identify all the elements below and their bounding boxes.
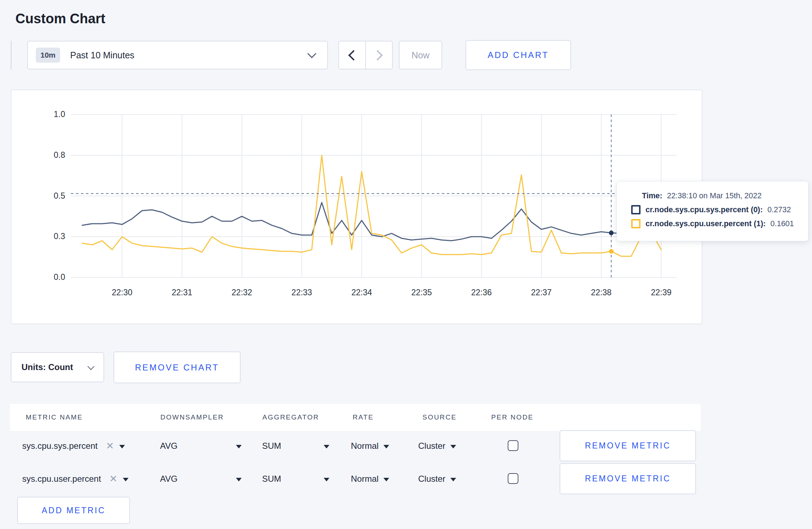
dropdown-caret-icon <box>324 445 329 448</box>
x-axis-tick-label: 22:34 <box>340 288 383 297</box>
metric-row: sys.cpu.user.percent ✕ AVG SUM Normal Cl… <box>10 462 701 495</box>
source-select[interactable]: Cluster <box>418 429 456 462</box>
tooltip-series-name: cr.node.sys.cpu.user.percent (1): <box>646 219 766 228</box>
aggregator-select[interactable]: SUM <box>262 462 329 495</box>
x-axis-tick-label: 22:36 <box>460 288 503 297</box>
next-timeframe-button[interactable] <box>365 42 392 69</box>
units-label: Units: Count <box>21 362 73 372</box>
timeframe-select[interactable]: 10m Past 10 Minutes <box>27 41 328 69</box>
time-nav-group <box>338 41 393 69</box>
column-header-aggregator: AGGREGATOR <box>262 404 319 431</box>
column-header-per-node: PER NODE <box>491 404 533 431</box>
dropdown-caret-icon <box>123 478 129 481</box>
chevron-down-icon <box>87 363 95 370</box>
x-axis-tick-label: 22:30 <box>101 288 144 297</box>
dropdown-caret-icon <box>383 478 389 481</box>
timeframe-label: Past 10 Minutes <box>70 50 134 60</box>
chevron-right-icon <box>372 50 383 60</box>
chart-card: 1.00.80.50.30.022:3022:3122:3222:3322:34… <box>11 89 702 324</box>
y-axis-tick-label: 0.8 <box>26 150 65 160</box>
tooltip-series-row: cr.node.sys.cpu.sys.percent (0): 0.2732 <box>631 205 802 214</box>
chart-tooltip: Time: 22:38:10 on Mar 15th, 2022 cr.node… <box>617 181 808 241</box>
downsampler-select[interactable]: AVG <box>160 429 242 462</box>
dropdown-caret-icon <box>119 445 125 448</box>
rate-select[interactable]: Normal <box>351 462 389 495</box>
dropdown-caret-icon <box>236 445 242 448</box>
metric-name-value: sys.cpu.sys.percent <box>22 441 98 451</box>
rate-value: Normal <box>351 441 378 451</box>
y-axis-tick-label: 0.3 <box>26 232 65 241</box>
crosshair-dot-0 <box>609 230 614 235</box>
chevron-down-icon <box>307 49 316 58</box>
timeframe-badge: 10m <box>36 48 60 63</box>
add-chart-button[interactable]: ADD CHART <box>465 40 571 70</box>
series-swatch-icon <box>631 219 641 228</box>
per-node-checkbox[interactable] <box>508 473 518 484</box>
series-line-0 <box>82 203 661 241</box>
column-header-metric-name: METRIC NAME <box>26 404 83 431</box>
downsampler-select[interactable]: AVG <box>160 462 242 495</box>
tooltip-series-name: cr.node.sys.cpu.sys.percent (0): <box>646 205 763 214</box>
rate-select[interactable]: Normal <box>351 429 389 462</box>
column-header-rate: RATE <box>353 404 374 431</box>
dropdown-caret-icon <box>324 478 329 481</box>
tooltip-series-row: cr.node.sys.cpu.user.percent (1): 0.1601 <box>631 219 802 228</box>
metric-name-select[interactable]: sys.cpu.user.percent ✕ <box>22 462 129 495</box>
dropdown-caret-icon <box>236 478 242 481</box>
units-select[interactable]: Units: Count <box>11 352 104 382</box>
aggregator-value: SUM <box>262 441 281 451</box>
remove-tag-icon[interactable]: ✕ <box>109 473 117 485</box>
tooltip-time-label: Time: <box>642 191 662 200</box>
aggregator-value: SUM <box>262 474 281 484</box>
x-axis-tick-label: 22:39 <box>640 288 683 297</box>
now-button[interactable]: Now <box>399 41 442 69</box>
x-axis-tick-label: 22:35 <box>400 288 443 297</box>
x-axis-tick-label: 22:31 <box>160 288 203 297</box>
tooltip-time-value: 22:38:10 on Mar 15th, 2022 <box>667 191 762 200</box>
x-axis-tick-label: 22:37 <box>520 288 563 297</box>
per-node-checkbox[interactable] <box>508 440 518 451</box>
dropdown-caret-icon <box>450 478 456 481</box>
aggregator-select[interactable]: SUM <box>262 429 329 462</box>
y-axis-tick-label: 0.0 <box>26 272 65 282</box>
series-swatch-icon <box>631 205 641 214</box>
chevron-left-icon <box>348 50 359 60</box>
metric-name-select[interactable]: sys.cpu.sys.percent ✕ <box>22 429 125 462</box>
source-select[interactable]: Cluster <box>418 462 456 495</box>
source-value: Cluster <box>418 441 445 451</box>
prev-timeframe-button[interactable] <box>339 42 365 69</box>
rate-value: Normal <box>351 474 378 484</box>
remove-metric-button[interactable]: REMOVE METRIC <box>560 430 696 461</box>
column-header-downsampler: DOWNSAMPLER <box>160 404 224 431</box>
remove-metric-button[interactable]: REMOVE METRIC <box>560 463 696 494</box>
y-axis-tick-label: 0.5 <box>26 191 65 201</box>
column-header-source: SOURCE <box>422 404 457 431</box>
tooltip-time-row: Time: 22:38:10 on Mar 15th, 2022 <box>642 191 802 200</box>
metric-row: sys.cpu.sys.percent ✕ AVG SUM Normal Clu… <box>10 429 701 462</box>
tooltip-series-value: 0.1601 <box>770 219 794 228</box>
add-metric-button[interactable]: ADD METRIC <box>17 497 130 524</box>
dropdown-caret-icon <box>450 445 456 448</box>
downsampler-value: AVG <box>160 441 178 451</box>
page-title: Custom Chart <box>15 11 105 26</box>
tooltip-series-value: 0.2732 <box>767 205 791 214</box>
x-axis-tick-label: 22:38 <box>580 288 623 297</box>
metrics-table-header: METRIC NAME DOWNSAMPLER AGGREGATOR RATE … <box>10 404 701 431</box>
x-axis-tick-label: 22:32 <box>221 288 264 297</box>
remove-chart-button[interactable]: REMOVE CHART <box>113 351 241 383</box>
series-line-1 <box>82 155 661 256</box>
metric-name-value: sys.cpu.user.percent <box>22 474 101 484</box>
y-axis-tick-label: 1.0 <box>26 110 65 119</box>
source-value: Cluster <box>418 474 445 484</box>
x-axis-tick-label: 22:33 <box>280 288 323 297</box>
crosshair-dot-1 <box>609 249 614 254</box>
remove-tag-icon[interactable]: ✕ <box>106 440 114 452</box>
downsampler-value: AVG <box>160 474 178 484</box>
left-divider <box>11 41 11 69</box>
dropdown-caret-icon <box>383 445 389 448</box>
